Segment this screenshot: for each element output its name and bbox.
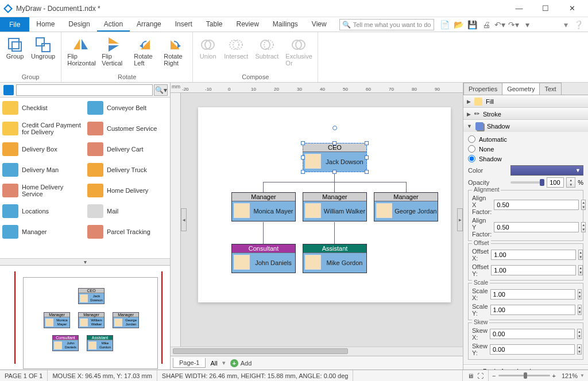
tab-text[interactable]: Text <box>539 83 561 95</box>
menu-insert[interactable]: Insert <box>168 17 199 32</box>
menu-arrange[interactable]: Arrange <box>130 17 168 32</box>
library-icon[interactable] <box>3 85 14 95</box>
shape-library-item[interactable]: Customer Service <box>85 118 170 139</box>
menu-view[interactable]: View <box>305 17 334 32</box>
view-fullscreen-icon[interactable]: ⛶ <box>477 372 483 379</box>
zoom-percent[interactable]: 121% <box>562 372 578 379</box>
page-tab[interactable]: Page-1 <box>173 358 206 368</box>
menu-design[interactable]: Design <box>61 17 96 32</box>
resize-handle[interactable] <box>365 155 369 160</box>
resize-handle[interactable] <box>332 141 336 145</box>
qat-redo-icon[interactable]: ↷▾ <box>509 20 519 30</box>
org-shape-manager[interactable]: Manager Monica Mayer <box>231 192 296 221</box>
offset-y-input[interactable] <box>491 265 576 275</box>
shape-library-item[interactable]: Conveyor Belt <box>85 98 170 118</box>
opacity-slider[interactable] <box>510 181 544 184</box>
shape-library-item[interactable]: Mail <box>85 201 170 221</box>
all-pages-label[interactable]: All <box>210 360 217 367</box>
shape-library-item[interactable]: Parcel Tracking <box>85 221 170 242</box>
zoom-in-button[interactable]: + <box>552 372 556 379</box>
resize-handle[interactable] <box>301 155 305 160</box>
maximize-button[interactable]: ☐ <box>533 1 558 17</box>
shape-search-input[interactable] <box>16 84 153 96</box>
shape-library-item[interactable]: Locations <box>0 201 85 221</box>
radio-automatic[interactable]: Automatic <box>468 134 583 144</box>
shape-library-item[interactable]: Home Delivery <box>85 180 170 201</box>
scale-x-input[interactable] <box>490 289 575 300</box>
tell-me-search[interactable]: 🔍 Tell me what you want to do <box>339 19 434 30</box>
shape-library-item[interactable]: Delivery Box <box>0 139 85 160</box>
page-preview[interactable]: CEO Jack Dowson Manager Monica Mayer Man… <box>0 265 170 370</box>
tab-properties[interactable]: Properties <box>463 83 502 95</box>
horizontal-scrollbar[interactable] <box>171 347 463 356</box>
radio-shadow[interactable]: Shadow <box>468 154 583 164</box>
zoom-out-button[interactable]: − <box>492 372 496 379</box>
shape-library-item[interactable]: Credit Card Payment for Delivery <box>0 118 85 139</box>
file-menu[interactable]: File <box>0 17 29 32</box>
menu-table[interactable]: Table <box>199 17 230 32</box>
qat-open-icon[interactable]: 📂 <box>454 20 464 30</box>
collapse-ribbon-icon[interactable]: ▾ <box>564 20 568 29</box>
menu-action[interactable]: Action <box>97 17 130 32</box>
ungroup-button[interactable]: Ungroup <box>28 36 59 61</box>
shape-library-item[interactable]: Home Delivery Service <box>0 180 85 201</box>
shape-library-item[interactable]: Delivery Truck <box>85 160 170 180</box>
org-shape-ceo[interactable]: CEO Jack Dowson <box>303 143 367 172</box>
flip-vertical-button[interactable]: Flip Vertical <box>98 36 130 68</box>
rotate-right-button[interactable]: Rotate Right <box>160 36 190 68</box>
shape-library-item[interactable]: Delivery Man <box>0 160 85 180</box>
tab-geometry[interactable]: Geometry <box>502 83 540 95</box>
minimize-button[interactable]: — <box>506 1 532 17</box>
qat-save-icon[interactable]: 💾 <box>467 20 478 30</box>
close-button[interactable]: ✕ <box>559 1 585 17</box>
resize-handle[interactable] <box>365 141 369 145</box>
skew-x-input[interactable] <box>490 329 575 339</box>
skew-y-input[interactable] <box>490 344 575 355</box>
resize-handle[interactable] <box>365 170 369 174</box>
resize-handle[interactable] <box>301 170 305 174</box>
add-page-button[interactable]: + Add <box>230 359 252 367</box>
shape-search-button[interactable]: 🔍▾ <box>154 84 168 96</box>
offset-x-input[interactable] <box>491 250 576 260</box>
align-x-input[interactable] <box>494 200 579 210</box>
section-stroke[interactable]: ▶✏ Stroke <box>463 108 588 119</box>
shape-library-dropdown[interactable]: ▾ <box>0 258 170 265</box>
shape-library[interactable]: ChecklistConveyor BeltCredit Card Paymen… <box>0 98 170 258</box>
shape-library-item[interactable]: Checklist <box>0 98 85 118</box>
group-button[interactable]: Group <box>2 36 28 61</box>
rotate-left-button[interactable]: Rotate Left <box>130 36 160 68</box>
menu-review[interactable]: Review <box>229 17 265 32</box>
org-shape-consultant[interactable]: Consultant John Daniels <box>231 244 296 273</box>
menu-home[interactable]: Home <box>29 17 61 32</box>
color-picker[interactable]: ▼ <box>510 165 583 176</box>
radio-none[interactable]: None <box>468 144 583 154</box>
qat-new-icon[interactable]: 📄 <box>440 20 450 30</box>
left-panel-collapse[interactable]: ◂ <box>181 208 187 231</box>
resize-handle[interactable] <box>332 170 336 174</box>
zoom-slider[interactable] <box>498 375 550 376</box>
qat-print-icon[interactable]: 🖨 <box>481 20 492 30</box>
canvas[interactable]: ◂ CEO Jack Dowson <box>181 93 463 347</box>
shape-library-item[interactable]: Manager <box>0 221 85 242</box>
flip-horizontal-button[interactable]: Flip Horizontal <box>64 36 98 68</box>
view-normal-icon[interactable]: 🖥 <box>467 372 474 379</box>
rotate-handle[interactable] <box>332 126 337 130</box>
resize-handle[interactable] <box>301 141 305 145</box>
opacity-spinner[interactable]: ▲▼ <box>566 177 575 188</box>
shape-library-item[interactable]: Delivery Cart <box>85 139 170 160</box>
org-shape-assistant[interactable]: Assistant Mike Gordon <box>303 244 367 273</box>
help-icon[interactable]: ❔ <box>574 20 583 29</box>
org-shape-manager[interactable]: Manager George Jordan <box>374 192 438 221</box>
qat-undo-icon[interactable]: ↶▾ <box>495 20 505 30</box>
org-shape-manager[interactable]: Manager William Walker <box>303 192 367 221</box>
section-begin-arrowhead[interactable]: ▶⇐ Begin Arrowhead <box>463 365 588 370</box>
scale-y-input[interactable] <box>490 305 575 315</box>
align-y-input[interactable] <box>494 222 579 232</box>
qat-more-icon[interactable]: ▾ <box>523 20 533 30</box>
right-panel-collapse[interactable]: ▸ <box>457 208 463 231</box>
opacity-input[interactable] <box>547 177 564 188</box>
section-fill[interactable]: ▶ Fill <box>463 95 588 107</box>
section-shadow[interactable]: ▼ Shadow <box>463 120 588 132</box>
drawing-page[interactable]: CEO Jack Dowson <box>198 107 451 302</box>
menu-mailings[interactable]: Mailings <box>266 17 305 32</box>
